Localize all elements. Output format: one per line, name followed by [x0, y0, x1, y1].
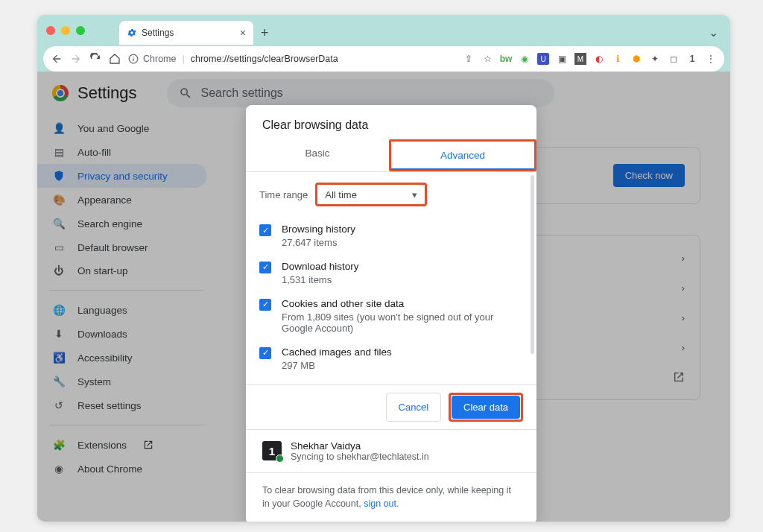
- back-button[interactable]: [51, 53, 63, 65]
- window-maximize[interactable]: [76, 26, 85, 35]
- person-icon: 👤: [52, 122, 66, 134]
- dialog-footer-note: To clear browsing data from this device …: [246, 472, 536, 522]
- sidebar-item-extensions[interactable]: 🧩Extensions: [37, 433, 207, 457]
- sidebar: 👤You and Google ▤Auto-fill Privacy and s…: [37, 109, 216, 488]
- extensions-icon[interactable]: ✦: [649, 53, 661, 65]
- checkbox-row[interactable]: ✓ Download history1,531 items: [259, 254, 523, 291]
- clear-data-button[interactable]: Clear data: [452, 396, 520, 419]
- gear-icon: [127, 28, 137, 38]
- chevron-down-icon: ▾: [412, 189, 417, 200]
- account-sync-status: Syncing to shekhar@techlatest.in: [291, 452, 429, 462]
- avatar: 1: [262, 441, 282, 460]
- sidebar-item-accessibility[interactable]: ♿Accessibility: [37, 346, 207, 370]
- new-tab-button[interactable]: +: [261, 25, 269, 41]
- sidebar-item-system[interactable]: 🔧System: [37, 370, 207, 393]
- chevron-right-icon: ›: [681, 342, 685, 353]
- clear-browsing-data-dialog: Clear browsing data Basic Advanced Time …: [246, 105, 536, 522]
- chrome-menu-icon[interactable]: ⋮: [705, 53, 717, 65]
- page-title: Settings: [77, 83, 137, 103]
- reset-icon: ↺: [52, 399, 66, 411]
- globe-icon: 🌐: [52, 304, 66, 316]
- address-bar: Chrome | chrome://settings/clearBrowserD…: [43, 46, 724, 72]
- checkbox-checked-icon[interactable]: ✓: [259, 262, 271, 273]
- chrome-logo-icon: [52, 85, 69, 101]
- sidebar-item-languages[interactable]: 🌐Languages: [37, 298, 207, 322]
- checkbox-row[interactable]: ✓ Cached images and files297 MB: [259, 340, 523, 377]
- tab-title: Settings: [142, 28, 174, 38]
- power-icon: ⏻: [52, 265, 66, 276]
- external-link-icon: [143, 440, 153, 450]
- sidebar-item-appearance[interactable]: 🎨Appearance: [37, 188, 207, 212]
- reload-button[interactable]: [89, 53, 101, 65]
- wrench-icon: 🔧: [52, 376, 66, 387]
- tab-basic[interactable]: Basic: [246, 139, 389, 171]
- check-now-button[interactable]: Check now: [613, 164, 685, 187]
- ext-icon[interactable]: ◐: [593, 53, 605, 65]
- autofill-icon: ▤: [52, 146, 66, 158]
- tab-advanced[interactable]: Advanced: [389, 139, 536, 171]
- ext-icon[interactable]: ◻: [668, 53, 680, 65]
- account-name: Shekhar Vaidya: [291, 440, 429, 452]
- sidebar-item-reset[interactable]: ↺Reset settings: [37, 393, 207, 417]
- puzzle-icon: 🧩: [52, 439, 66, 451]
- palette-icon: 🎨: [52, 194, 66, 206]
- scrollbar[interactable]: [531, 175, 534, 354]
- ext-icon[interactable]: ℹ: [612, 53, 624, 65]
- checkbox-row[interactable]: ✓ Browsing history27,647 items: [259, 217, 523, 254]
- ext-icon[interactable]: ◉: [519, 53, 531, 65]
- cancel-button[interactable]: Cancel: [386, 393, 441, 422]
- sidebar-item-autofill[interactable]: ▤Auto-fill: [37, 140, 207, 164]
- accessibility-icon: ♿: [52, 352, 66, 364]
- ext-icon[interactable]: bw: [500, 53, 512, 65]
- external-link-icon: [673, 371, 685, 383]
- time-range-select[interactable]: All time ▾: [315, 183, 427, 206]
- browser-tab[interactable]: Settings ×: [119, 21, 253, 45]
- search-icon: [179, 86, 192, 100]
- chrome-icon: ◉: [52, 463, 66, 475]
- ext-icon[interactable]: U: [537, 53, 549, 65]
- sidebar-item-downloads[interactable]: ⬇Downloads: [37, 322, 207, 346]
- chevron-right-icon: ›: [682, 312, 686, 323]
- chevron-right-icon: ›: [682, 253, 686, 264]
- window-caret-icon[interactable]: ⌄: [709, 25, 718, 39]
- window-minimize[interactable]: [61, 26, 70, 35]
- ext-icon[interactable]: 1: [686, 53, 698, 65]
- home-button[interactable]: [109, 53, 121, 65]
- checkbox-row[interactable]: ✓ Cookies and other site dataFrom 1,809 …: [259, 291, 523, 340]
- sign-out-link[interactable]: sign out: [364, 498, 396, 509]
- info-icon: [128, 54, 139, 64]
- sidebar-item-about[interactable]: ◉About Chrome: [37, 457, 207, 481]
- checkbox-checked-icon[interactable]: ✓: [259, 347, 271, 359]
- share-icon[interactable]: ⇪: [463, 53, 475, 65]
- time-range-label: Time range: [259, 189, 308, 200]
- tab-close-icon[interactable]: ×: [240, 27, 246, 39]
- ext-icon[interactable]: M: [574, 53, 586, 65]
- chevron-right-icon: ›: [682, 282, 686, 294]
- lens-icon: 🔍: [52, 218, 66, 229]
- address-field[interactable]: Chrome | chrome://settings/clearBrowserD…: [128, 54, 338, 64]
- download-icon: ⬇: [52, 328, 66, 340]
- dialog-title: Clear browsing data: [246, 105, 536, 139]
- sidebar-item-default-browser[interactable]: ▭Default browser: [37, 235, 207, 259]
- window-icon: ▭: [52, 241, 66, 253]
- window-close[interactable]: [46, 26, 55, 35]
- ext-icon[interactable]: ⬢: [630, 53, 642, 65]
- sidebar-item-privacy[interactable]: Privacy and security: [37, 164, 207, 188]
- sidebar-item-you-and-google[interactable]: 👤You and Google: [37, 116, 207, 140]
- star-icon[interactable]: ☆: [481, 53, 493, 65]
- sidebar-item-search-engine[interactable]: 🔍Search engine: [37, 212, 207, 235]
- ext-icon[interactable]: ▣: [556, 53, 568, 65]
- search-input[interactable]: Search settings: [167, 79, 554, 107]
- checkbox-checked-icon[interactable]: ✓: [259, 224, 271, 236]
- forward-button: [70, 53, 82, 65]
- search-placeholder: Search settings: [201, 86, 283, 100]
- shield-icon: [52, 170, 66, 182]
- sidebar-item-startup[interactable]: ⏻On start-up: [37, 259, 207, 282]
- checkbox-checked-icon[interactable]: ✓: [259, 299, 271, 311]
- sync-status-icon: [276, 455, 284, 463]
